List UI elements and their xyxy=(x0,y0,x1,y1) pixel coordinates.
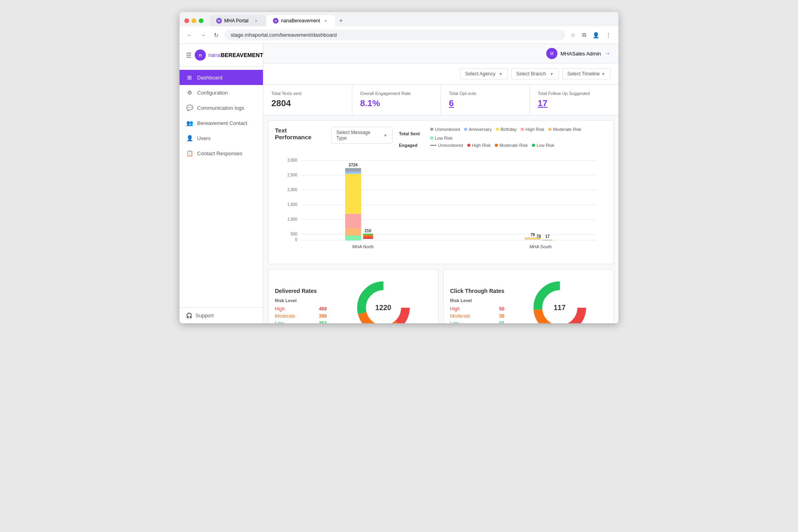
profile-button[interactable]: 👤 xyxy=(590,30,602,40)
browser-tabs: M MHA Portal × n nanaBereavement × + xyxy=(210,15,614,26)
legend-unmonitored-engaged: Unmonitored xyxy=(430,143,463,148)
select-agency-dropdown[interactable]: Select Agency ▼ xyxy=(460,68,508,79)
close-window-button[interactable] xyxy=(184,18,189,23)
stat-value-follow-up[interactable]: 17 xyxy=(538,98,611,109)
bar-south-highrisk xyxy=(525,239,541,239)
stat-follow-up: Total Follow Up Suggested 17 xyxy=(530,85,619,115)
click-through-donut-svg xyxy=(528,276,592,323)
select-timeline-dropdown[interactable]: Select Timeline ▼ xyxy=(562,68,610,79)
legend-dot-lowrisk-sent xyxy=(430,136,433,140)
sidebar-item-bereavement-contact-label: Bereavement Contact xyxy=(197,120,247,126)
forward-button[interactable]: → xyxy=(198,30,208,40)
browser-window: M MHA Portal × n nanaBereavement × + ← →… xyxy=(180,12,618,323)
delivered-rates-title: Delivered Rates xyxy=(275,288,327,294)
sidebar-item-communication-logs-label: Communication logs xyxy=(197,105,244,111)
delivered-high-label: High xyxy=(275,306,285,312)
app-container: ☰ n nanaBEREAVEMENT ⊞ Dashboard ⚙ Config… xyxy=(180,44,618,323)
svg-text:MHA South: MHA South xyxy=(529,244,552,249)
legend-engaged-label: Engaged xyxy=(399,143,427,148)
hamburger-icon[interactable]: ☰ xyxy=(186,51,192,59)
bar-north-moderaterisk xyxy=(345,228,361,235)
svg-text:3,000: 3,000 xyxy=(287,158,297,162)
user-name: MHASales Admin xyxy=(561,51,601,57)
logout-button[interactable]: → xyxy=(604,50,610,57)
svg-text:500: 500 xyxy=(290,232,297,236)
bar-north-engaged-low xyxy=(363,234,373,235)
back-button[interactable]: ← xyxy=(184,30,195,40)
sidebar-nav: ⊞ Dashboard ⚙ Configuration 💬 Communicat… xyxy=(180,67,263,307)
maximize-window-button[interactable] xyxy=(199,18,203,23)
browser-toolbar: ← → ↻ ☆ ⧉ 👤 ⋮ xyxy=(180,26,618,44)
sidebar-item-contact-responses[interactable]: 📋 Contact Responses xyxy=(180,146,263,161)
sidebar-item-bereavement-contact[interactable]: 👥 Bereavement Contact xyxy=(180,115,263,131)
logo: n nanaBEREAVEMENT xyxy=(195,49,263,61)
stat-engagement-rate: Overall Engagement Rate 8.1% xyxy=(352,85,441,115)
legend-total-sent-items: Unmonitored Anniversary Birthday xyxy=(430,127,607,140)
select-message-type-dropdown[interactable]: Select Message Type ▼ xyxy=(331,127,393,144)
new-tab-button[interactable]: + xyxy=(336,15,346,26)
bar-north-highrisk xyxy=(345,214,361,228)
legend-dot-moderaterisk-engaged xyxy=(495,144,498,147)
tab-nana-bereavement[interactable]: n nanaBereavement × xyxy=(267,15,335,26)
minimize-window-button[interactable] xyxy=(192,18,196,23)
legend-lowrisk-sent: Low Risk xyxy=(430,136,453,140)
svg-text:1,000: 1,000 xyxy=(287,217,297,222)
sidebar-item-dashboard[interactable]: ⊞ Dashboard xyxy=(180,70,263,85)
click-through-high-value: 50 xyxy=(499,306,504,312)
bar-south-lowrisk xyxy=(525,239,541,240)
tab-favicon-mha: M xyxy=(216,18,222,24)
bar-north-engaged-high xyxy=(363,237,373,239)
logo-icon: n xyxy=(195,49,206,61)
bar-north-unmonitored xyxy=(345,168,361,172)
sidebar: ☰ n nanaBEREAVEMENT ⊞ Dashboard ⚙ Config… xyxy=(180,44,263,323)
legend-highrisk-sent: High Risk xyxy=(521,127,544,132)
bar-north-engaged-moderate xyxy=(363,235,373,237)
delivered-donut-svg xyxy=(352,276,415,323)
menu-button[interactable]: ⋮ xyxy=(603,30,614,40)
sidebar-item-users[interactable]: 👤 Users xyxy=(180,131,263,146)
timeline-chevron-icon: ▼ xyxy=(601,72,605,76)
delivered-low-value: 353 xyxy=(319,320,327,323)
legend-moderaterisk-engaged: Moderate Risk xyxy=(495,143,528,148)
reload-button[interactable]: ↻ xyxy=(211,30,221,40)
legend-dot-birthday-sent xyxy=(496,128,499,131)
tab-close-mha[interactable]: × xyxy=(253,18,259,24)
legend-dot-lowrisk-engaged xyxy=(532,144,535,147)
delivered-rates-chart: 1220 xyxy=(335,276,432,323)
address-bar[interactable] xyxy=(224,30,565,40)
tab-mha-portal[interactable]: M MHA Portal × xyxy=(210,15,266,26)
bookmark-button[interactable]: ☆ xyxy=(568,30,578,40)
select-message-type-label: Select Message Type xyxy=(336,130,382,141)
delivered-moderate-row: Moderate 398 xyxy=(275,313,327,319)
tab-favicon-nana: n xyxy=(273,18,279,24)
click-through-moderate-label: Moderate xyxy=(450,313,470,319)
sidebar-item-configuration[interactable]: ⚙ Configuration xyxy=(180,85,263,100)
top-bar-right: M MHASales Admin → xyxy=(546,48,610,59)
extensions-button[interactable]: ⧉ xyxy=(580,30,589,40)
stat-opt-outs: Total Opt-outs 6 xyxy=(441,85,530,115)
chart-section: Text Performance Select Message Type ▼ T… xyxy=(268,120,614,264)
legend-anniversary-sent: Anniversary xyxy=(464,127,492,132)
stat-value-opt-outs[interactable]: 6 xyxy=(449,98,521,109)
support-item[interactable]: 🎧 Support xyxy=(186,312,257,318)
agency-chevron-icon: ▼ xyxy=(499,72,503,76)
svg-text:2,500: 2,500 xyxy=(287,173,297,177)
svg-text:1,500: 1,500 xyxy=(287,202,297,207)
select-agency-label: Select Agency xyxy=(465,71,496,77)
bar-north-lowrisk xyxy=(345,235,361,241)
legend-lowrisk-engaged: Low Risk xyxy=(532,143,555,148)
select-branch-dropdown[interactable]: Select Branch ▼ xyxy=(511,68,559,79)
dashboard-icon: ⊞ xyxy=(186,74,193,81)
sidebar-item-configuration-label: Configuration xyxy=(197,90,228,96)
stat-value-total-texts: 2804 xyxy=(271,98,344,109)
sidebar-item-communication-logs[interactable]: 💬 Communication logs xyxy=(180,100,263,115)
chart-legend: Total Sent Unmonitored Anniversary xyxy=(399,127,607,148)
delivered-low-label: Low xyxy=(275,320,284,323)
delivered-high-value: 469 xyxy=(319,306,327,312)
message-type-chevron-icon: ▼ xyxy=(383,133,387,138)
stat-total-texts: Total Texts sent 2804 xyxy=(263,85,352,115)
click-through-rates-info: Click Through Rates Risk Level High 50 M… xyxy=(450,288,504,323)
tab-close-nana[interactable]: × xyxy=(322,18,329,24)
legend-total-sent-row: Total Sent Unmonitored Anniversary xyxy=(399,127,607,140)
svg-text:MHA North: MHA North xyxy=(352,244,374,249)
